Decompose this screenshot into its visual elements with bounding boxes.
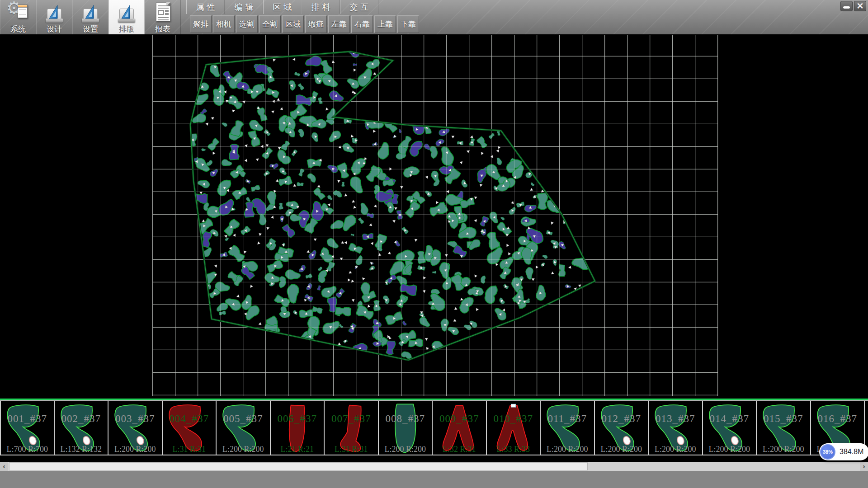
app-button-2[interactable]: 设置	[72, 0, 108, 34]
tool-button-3[interactable]: 全割	[259, 15, 281, 33]
part-quantity: L:200 R:200	[108, 445, 162, 454]
part-cell-009_#37[interactable]: 009_#37L:32 R:31	[432, 400, 486, 455]
progress-percent: 38%	[823, 449, 833, 455]
part-name: 011_#37	[541, 413, 594, 425]
page-line	[158, 19, 169, 20]
tool-button-5[interactable]: 瑕疵	[305, 15, 327, 33]
close-icon: ✕	[857, 2, 864, 10]
part-cell-015_#37[interactable]: 015_#37L:200 R:200	[756, 400, 811, 455]
part-name: 012_#37	[595, 413, 648, 425]
tool-button-1[interactable]: 相机	[213, 15, 235, 33]
part-cell-008_#37[interactable]: 008_#37L:200 R:200	[378, 400, 433, 455]
part-name: 008_#37	[379, 413, 432, 425]
part-cell-003_#37[interactable]: 003_#37L:200 R:200	[108, 400, 162, 455]
part-quantity: L:33 R:33	[487, 445, 540, 454]
design-board-icon	[116, 1, 137, 23]
application-window: ⚙系统设计设置排版报表 属性编辑区域排料交互 聚排相机选割全割区域瑕疵左靠右靠上…	[0, 0, 868, 488]
sheet-header	[18, 5, 27, 8]
part-quantity: L:200 R:200	[595, 445, 648, 454]
part-quantity: L:200 R:200	[217, 445, 270, 454]
part-name: 009_#37	[433, 413, 486, 425]
part-quantity: L:200 R:200	[703, 445, 756, 454]
app-button-label: 设计	[47, 24, 62, 34]
part-cell-001_#37[interactable]: 001_#37L:700 R:700	[0, 400, 54, 455]
tool-button-0[interactable]: 聚排	[190, 15, 212, 33]
tool-button-2[interactable]: 选割	[236, 15, 258, 33]
part-name: 001_#37	[1, 413, 54, 425]
menu-tab-row: 属性编辑区域排料交互	[186, 0, 378, 14]
part-cell-014_#37[interactable]: 014_#37L:200 R:200	[703, 400, 757, 455]
parts-tray: 001_#37L:700 R:700002_#37L:132 R:132003_…	[0, 400, 868, 455]
part-quantity: L:31 R:31	[163, 445, 216, 454]
nesting-canvas[interactable]	[0, 34, 868, 399]
report-doc-icon	[152, 1, 174, 23]
app-button-label: 排版	[119, 24, 134, 34]
horizontal-scrollbar: ‹ ›	[0, 462, 868, 471]
set-square-icon	[121, 5, 132, 20]
scroll-left-arrow[interactable]: ‹	[0, 462, 8, 471]
app-button-3[interactable]: 排版	[108, 0, 145, 34]
tool-button-4[interactable]: 区域	[282, 15, 304, 33]
nesting-drawing	[0, 34, 868, 399]
app-button-0[interactable]: ⚙系统	[0, 0, 36, 34]
tool-button-7[interactable]: 右靠	[351, 15, 373, 33]
part-cell-010_#37[interactable]: 010_#37L:33 R:33	[486, 400, 541, 455]
menu-tab-2[interactable]: 区域	[263, 0, 302, 14]
menu-tab-4[interactable]: 交互	[340, 0, 378, 14]
tool-button-8[interactable]: 上靠	[374, 15, 396, 33]
part-name: 014_#37	[703, 413, 756, 425]
design-board-icon	[43, 1, 65, 23]
page-line	[158, 17, 169, 18]
part-cell-005_#37[interactable]: 005_#37L:200 R:200	[216, 400, 270, 455]
sheet-line	[19, 14, 26, 14]
part-cell-006_#37[interactable]: 006_#37L:21 R:21	[270, 400, 325, 455]
part-cell-013_#37[interactable]: 013_#37L:200 R:200	[648, 400, 703, 455]
part-name: 015_#37	[757, 413, 810, 425]
minimize-icon	[843, 6, 850, 9]
part-name: 002_#37	[55, 413, 108, 425]
tool-button-9[interactable]: 下靠	[397, 15, 419, 33]
scroll-right-arrow[interactable]: ›	[860, 462, 868, 471]
memory-usage: 384.8M	[835, 448, 868, 456]
part-name: 013_#37	[649, 413, 702, 425]
layout-box	[165, 10, 169, 12]
status-badge: 38% 384.8M	[819, 443, 868, 460]
part-quantity: L:700 R:700	[1, 445, 54, 454]
part-quantity: L:21 R:21	[271, 445, 324, 454]
menu-tab-1[interactable]: 编辑	[225, 0, 263, 14]
part-name: 004_#37	[163, 413, 216, 425]
mini-sheet	[18, 5, 28, 18]
part-name: 006_#37	[271, 413, 324, 425]
part-quantity: L:200 R:200	[541, 445, 594, 454]
part-name: 007_#37	[325, 413, 378, 425]
app-button-label: 设置	[83, 24, 98, 34]
sheet-line	[19, 9, 26, 10]
part-quantity: L:200 R:200	[757, 445, 810, 454]
part-quantity: L:132 R:132	[55, 445, 108, 454]
close-button[interactable]: ✕	[854, 1, 866, 11]
part-cell-002_#37[interactable]: 002_#37L:132 R:132	[54, 400, 108, 455]
status-bar	[0, 471, 868, 488]
part-name: 005_#37	[217, 413, 270, 425]
menu-tab-3[interactable]: 排料	[302, 0, 340, 14]
part-cell-004_#37[interactable]: 004_#37L:31 R:31	[162, 400, 217, 455]
part-cell-011_#37[interactable]: 011_#37L:200 R:200	[540, 400, 594, 455]
part-cell-007_#37[interactable]: 007_#37L:31 R:31	[324, 400, 378, 455]
menu-tab-0[interactable]: 属性	[186, 0, 225, 14]
part-quantity: L:200 R:200	[649, 445, 702, 454]
part-name: 003_#37	[108, 413, 162, 425]
app-button-label: 报表	[155, 24, 170, 34]
progress-circle: 38%	[820, 444, 835, 460]
tool-button-6[interactable]: 左靠	[328, 15, 350, 33]
minimize-button[interactable]	[840, 1, 853, 11]
part-cell-012_#37[interactable]: 012_#37L:200 R:200	[594, 400, 649, 455]
gear-doc-icon: ⚙	[7, 1, 29, 23]
page-line	[158, 5, 169, 6]
tray-accent-line	[0, 399, 868, 400]
tool-button-row: 聚排相机选割全割区域瑕疵左靠右靠上靠下靠	[190, 15, 419, 33]
scrollbar-thumb[interactable]	[9, 462, 588, 470]
app-button-4[interactable]: 报表	[145, 0, 181, 34]
part-name: 010_#37	[487, 413, 540, 425]
app-button-1[interactable]: 设计	[36, 0, 72, 34]
layout-box	[158, 10, 164, 15]
